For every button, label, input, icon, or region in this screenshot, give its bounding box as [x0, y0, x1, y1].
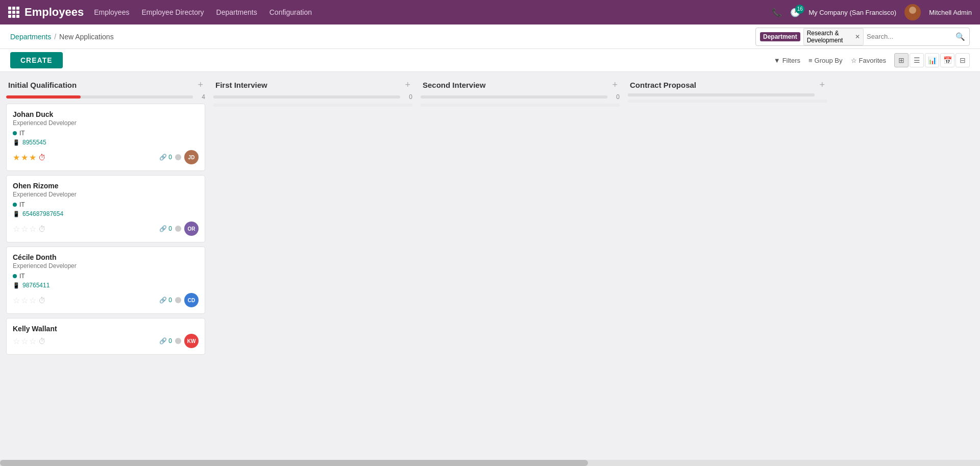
card-phone-0-0[interactable]: 📱8955545	[13, 139, 199, 146]
view-calendar-button[interactable]: 📅	[940, 53, 954, 67]
column-title-2: Second Interview	[423, 81, 485, 89]
view-kanban-button[interactable]: ⊞	[894, 53, 909, 67]
user-avatar[interactable]	[904, 4, 921, 20]
progress-bar-1	[213, 95, 400, 99]
kanban-card-0-2[interactable]: Cécile Donth Experienced Developer IT 📱9…	[6, 247, 205, 314]
search-input[interactable]	[867, 31, 952, 42]
star-1: ☆	[21, 296, 28, 305]
avatar-initials: JD	[188, 155, 195, 160]
card-status-dot-0-3	[175, 338, 181, 344]
card-actions-0-2: 🔗 0 CD	[159, 293, 199, 307]
card-footer-0-2: ☆☆☆ ⏱ 🔗 0 CD	[13, 293, 199, 307]
card-link-0-1[interactable]: 🔗 0	[159, 225, 172, 232]
star-1: ☆	[21, 336, 28, 346]
topnav-right: 📞 🕐 16 My Company (San Francisco) Mitche…	[772, 4, 972, 20]
card-status-dot-0-0	[175, 154, 181, 160]
app-name: Employees	[24, 6, 84, 19]
kanban-card-0-1[interactable]: Ohen Rizome Experienced Developer IT 📱65…	[6, 175, 205, 242]
company-name[interactable]: My Company (San Francisco)	[808, 9, 896, 16]
avatar-initials: CD	[188, 298, 195, 303]
card-name-0-2: Cécile Donth	[13, 253, 199, 261]
kanban-card-0-0[interactable]: Johan Duck Experienced Developer IT 📱895…	[6, 104, 205, 171]
column-header-3: Contract Proposal +	[628, 80, 827, 89]
column-progress-1: 0	[213, 93, 412, 101]
card-stars-section: ☆☆☆ ⏱	[13, 296, 46, 305]
kanban-column-0: Initial Qualification + 4 Johan Duck Exp…	[6, 80, 205, 456]
column-progress-2: 0	[421, 93, 620, 101]
progress-bar-2	[421, 95, 607, 99]
card-footer-0-1: ☆☆☆ ⏱ 🔗 0 OR	[13, 222, 199, 236]
card-phone-0-2[interactable]: 📱98765411	[13, 282, 199, 289]
dept-dot	[13, 203, 17, 207]
star-2: ☆	[29, 336, 36, 346]
horizontal-scrollbar[interactable]	[0, 460, 980, 464]
card-name-0-1: Ohen Rizome	[13, 182, 199, 190]
search-filter-tag[interactable]: Department	[760, 32, 800, 41]
star-1: ☆	[21, 224, 28, 234]
groupby-button[interactable]: ≡ Group By	[808, 57, 843, 64]
groupby-icon: ≡	[808, 57, 813, 64]
card-actions-0-1: 🔗 0 OR	[159, 222, 199, 236]
card-link-0-3[interactable]: 🔗 0	[159, 337, 172, 345]
kanban-column-2: Second Interview + 0	[421, 80, 620, 456]
search-icon[interactable]: 🔍	[955, 32, 965, 41]
create-button[interactable]: CREATE	[10, 52, 63, 68]
view-list-button[interactable]: ☰	[910, 53, 924, 67]
breadcrumb: Departments / New Applications	[10, 33, 114, 41]
link-icon: 🔗	[159, 337, 167, 345]
card-name-0-0: Johan Duck	[13, 110, 199, 118]
topnav-links: Employees Employee Directory Departments…	[94, 8, 762, 16]
column-header-0: Initial Qualification +	[6, 80, 205, 89]
card-role-0-0: Experienced Developer	[13, 119, 199, 127]
breadcrumb-bar: Departments / New Applications Departmen…	[0, 24, 980, 49]
clock-icon: ⏱	[38, 337, 46, 346]
favorites-button[interactable]: ☆ Favorites	[851, 57, 886, 64]
kanban-card-0-3[interactable]: Kelly Wallant ☆☆☆ ⏱ 🔗 0 KW	[6, 318, 205, 355]
card-avatar-0-0: JD	[184, 150, 199, 164]
card-link-0-0[interactable]: 🔗 0	[159, 154, 172, 161]
nav-departments[interactable]: Departments	[216, 8, 257, 16]
star-2: ☆	[29, 224, 36, 234]
topnav: Employees Employees Employee Directory D…	[0, 0, 980, 24]
view-chart-button[interactable]: 📊	[925, 53, 939, 67]
username: Mitchell Admin	[929, 9, 972, 16]
card-stars-section: ☆☆☆ ⏱	[13, 336, 46, 346]
avatar-initials: KW	[187, 338, 196, 344]
breadcrumb-parent[interactable]: Departments	[10, 33, 51, 41]
view-toggle: ⊞ ☰ 📊 📅 ⊟	[894, 53, 970, 67]
column-add-0[interactable]: +	[198, 80, 203, 89]
notification-badge[interactable]: 🕐 16	[790, 8, 800, 17]
search-remove-icon[interactable]: ✕	[855, 33, 860, 40]
card-dept-0-2: IT	[13, 273, 199, 280]
groupby-label: Group By	[815, 57, 843, 64]
card-link-0-2[interactable]: 🔗 0	[159, 297, 172, 304]
nav-employees[interactable]: Employees	[94, 8, 129, 16]
phone-icon[interactable]: 📞	[772, 8, 782, 17]
column-title-3: Contract Proposal	[630, 81, 696, 89]
card-role-0-2: Experienced Developer	[13, 262, 199, 269]
link-icon: 🔗	[159, 297, 167, 304]
clock-icon: ⏱	[38, 225, 46, 233]
column-add-1[interactable]: +	[405, 80, 410, 89]
card-phone-0-1[interactable]: 📱654687987654	[13, 210, 199, 217]
view-grid-button[interactable]: ⊟	[955, 53, 970, 67]
card-stars-section: ★★★ ⏱	[13, 153, 46, 162]
card-footer-0-3: ☆☆☆ ⏱ 🔗 0 KW	[13, 334, 199, 348]
star-0: ☆	[13, 296, 20, 305]
search-value-tag: Research & Development ✕	[803, 28, 864, 45]
nav-configuration[interactable]: Configuration	[270, 8, 312, 16]
column-add-2[interactable]: +	[612, 80, 618, 89]
card-stars-0-0: ★★★	[13, 153, 36, 162]
card-name-0-3: Kelly Wallant	[13, 325, 199, 333]
app-logo[interactable]: Employees	[8, 6, 84, 19]
star-1: ★	[21, 153, 28, 162]
filters-label: Filters	[782, 57, 800, 64]
card-actions-0-3: 🔗 0 KW	[159, 334, 199, 348]
grid-icon	[8, 7, 19, 18]
column-progress-3	[628, 93, 827, 96]
filters-button[interactable]: ▼ Filters	[774, 57, 800, 64]
column-add-3[interactable]: +	[819, 80, 825, 89]
card-dept-0-1: IT	[13, 201, 199, 208]
nav-employee-directory[interactable]: Employee Directory	[141, 8, 204, 16]
card-status-dot-0-2	[175, 297, 181, 303]
